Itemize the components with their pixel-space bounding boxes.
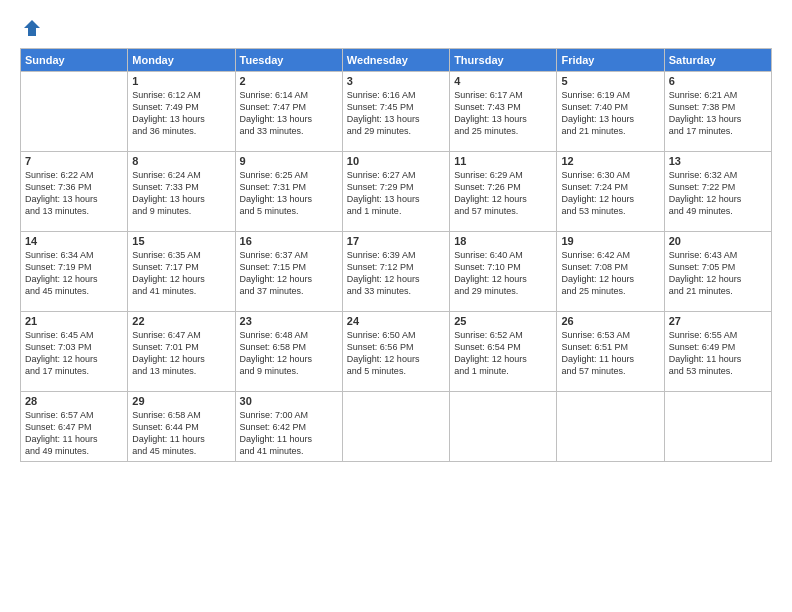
day-number: 30	[240, 395, 338, 407]
day-number: 25	[454, 315, 552, 327]
day-info: Sunrise: 6:22 AM Sunset: 7:36 PM Dayligh…	[25, 169, 123, 218]
day-number: 7	[25, 155, 123, 167]
calendar-cell: 14Sunrise: 6:34 AM Sunset: 7:19 PM Dayli…	[21, 232, 128, 312]
day-number: 20	[669, 235, 767, 247]
calendar-cell	[21, 72, 128, 152]
day-info: Sunrise: 6:29 AM Sunset: 7:26 PM Dayligh…	[454, 169, 552, 218]
calendar-header-friday: Friday	[557, 49, 664, 72]
day-number: 16	[240, 235, 338, 247]
day-info: Sunrise: 6:21 AM Sunset: 7:38 PM Dayligh…	[669, 89, 767, 138]
day-number: 8	[132, 155, 230, 167]
calendar: SundayMondayTuesdayWednesdayThursdayFrid…	[20, 48, 772, 462]
calendar-header-tuesday: Tuesday	[235, 49, 342, 72]
day-number: 26	[561, 315, 659, 327]
day-info: Sunrise: 6:55 AM Sunset: 6:49 PM Dayligh…	[669, 329, 767, 378]
calendar-cell: 23Sunrise: 6:48 AM Sunset: 6:58 PM Dayli…	[235, 312, 342, 392]
day-info: Sunrise: 6:34 AM Sunset: 7:19 PM Dayligh…	[25, 249, 123, 298]
day-info: Sunrise: 6:52 AM Sunset: 6:54 PM Dayligh…	[454, 329, 552, 378]
day-info: Sunrise: 6:48 AM Sunset: 6:58 PM Dayligh…	[240, 329, 338, 378]
day-number: 3	[347, 75, 445, 87]
day-info: Sunrise: 6:24 AM Sunset: 7:33 PM Dayligh…	[132, 169, 230, 218]
logo-icon	[22, 18, 42, 38]
day-info: Sunrise: 6:58 AM Sunset: 6:44 PM Dayligh…	[132, 409, 230, 458]
day-info: Sunrise: 6:14 AM Sunset: 7:47 PM Dayligh…	[240, 89, 338, 138]
calendar-cell: 19Sunrise: 6:42 AM Sunset: 7:08 PM Dayli…	[557, 232, 664, 312]
day-number: 5	[561, 75, 659, 87]
calendar-cell: 15Sunrise: 6:35 AM Sunset: 7:17 PM Dayli…	[128, 232, 235, 312]
day-info: Sunrise: 6:17 AM Sunset: 7:43 PM Dayligh…	[454, 89, 552, 138]
calendar-cell: 10Sunrise: 6:27 AM Sunset: 7:29 PM Dayli…	[342, 152, 449, 232]
day-number: 29	[132, 395, 230, 407]
day-info: Sunrise: 6:37 AM Sunset: 7:15 PM Dayligh…	[240, 249, 338, 298]
day-info: Sunrise: 6:12 AM Sunset: 7:49 PM Dayligh…	[132, 89, 230, 138]
calendar-cell: 6Sunrise: 6:21 AM Sunset: 7:38 PM Daylig…	[664, 72, 771, 152]
day-info: Sunrise: 6:32 AM Sunset: 7:22 PM Dayligh…	[669, 169, 767, 218]
calendar-cell: 27Sunrise: 6:55 AM Sunset: 6:49 PM Dayli…	[664, 312, 771, 392]
day-number: 27	[669, 315, 767, 327]
calendar-cell: 26Sunrise: 6:53 AM Sunset: 6:51 PM Dayli…	[557, 312, 664, 392]
calendar-cell: 28Sunrise: 6:57 AM Sunset: 6:47 PM Dayli…	[21, 392, 128, 462]
day-info: Sunrise: 7:00 AM Sunset: 6:42 PM Dayligh…	[240, 409, 338, 458]
calendar-week-1: 1Sunrise: 6:12 AM Sunset: 7:49 PM Daylig…	[21, 72, 772, 152]
calendar-cell: 22Sunrise: 6:47 AM Sunset: 7:01 PM Dayli…	[128, 312, 235, 392]
calendar-cell: 24Sunrise: 6:50 AM Sunset: 6:56 PM Dayli…	[342, 312, 449, 392]
day-info: Sunrise: 6:50 AM Sunset: 6:56 PM Dayligh…	[347, 329, 445, 378]
day-info: Sunrise: 6:47 AM Sunset: 7:01 PM Dayligh…	[132, 329, 230, 378]
calendar-header-row: SundayMondayTuesdayWednesdayThursdayFrid…	[21, 49, 772, 72]
day-number: 12	[561, 155, 659, 167]
day-info: Sunrise: 6:57 AM Sunset: 6:47 PM Dayligh…	[25, 409, 123, 458]
day-number: 21	[25, 315, 123, 327]
day-info: Sunrise: 6:35 AM Sunset: 7:17 PM Dayligh…	[132, 249, 230, 298]
calendar-week-2: 7Sunrise: 6:22 AM Sunset: 7:36 PM Daylig…	[21, 152, 772, 232]
day-number: 2	[240, 75, 338, 87]
calendar-week-3: 14Sunrise: 6:34 AM Sunset: 7:19 PM Dayli…	[21, 232, 772, 312]
calendar-header-monday: Monday	[128, 49, 235, 72]
day-info: Sunrise: 6:39 AM Sunset: 7:12 PM Dayligh…	[347, 249, 445, 298]
day-number: 11	[454, 155, 552, 167]
calendar-cell: 29Sunrise: 6:58 AM Sunset: 6:44 PM Dayli…	[128, 392, 235, 462]
calendar-cell: 12Sunrise: 6:30 AM Sunset: 7:24 PM Dayli…	[557, 152, 664, 232]
calendar-cell	[557, 392, 664, 462]
day-info: Sunrise: 6:16 AM Sunset: 7:45 PM Dayligh…	[347, 89, 445, 138]
calendar-cell: 11Sunrise: 6:29 AM Sunset: 7:26 PM Dayli…	[450, 152, 557, 232]
day-number: 19	[561, 235, 659, 247]
calendar-cell: 9Sunrise: 6:25 AM Sunset: 7:31 PM Daylig…	[235, 152, 342, 232]
calendar-cell: 8Sunrise: 6:24 AM Sunset: 7:33 PM Daylig…	[128, 152, 235, 232]
calendar-cell: 5Sunrise: 6:19 AM Sunset: 7:40 PM Daylig…	[557, 72, 664, 152]
day-number: 23	[240, 315, 338, 327]
day-number: 28	[25, 395, 123, 407]
day-info: Sunrise: 6:45 AM Sunset: 7:03 PM Dayligh…	[25, 329, 123, 378]
calendar-cell: 1Sunrise: 6:12 AM Sunset: 7:49 PM Daylig…	[128, 72, 235, 152]
logo	[20, 18, 42, 38]
day-number: 6	[669, 75, 767, 87]
day-info: Sunrise: 6:43 AM Sunset: 7:05 PM Dayligh…	[669, 249, 767, 298]
day-info: Sunrise: 6:25 AM Sunset: 7:31 PM Dayligh…	[240, 169, 338, 218]
day-number: 22	[132, 315, 230, 327]
calendar-cell	[664, 392, 771, 462]
calendar-cell: 18Sunrise: 6:40 AM Sunset: 7:10 PM Dayli…	[450, 232, 557, 312]
calendar-cell: 21Sunrise: 6:45 AM Sunset: 7:03 PM Dayli…	[21, 312, 128, 392]
svg-marker-0	[24, 20, 40, 36]
day-number: 14	[25, 235, 123, 247]
calendar-cell: 25Sunrise: 6:52 AM Sunset: 6:54 PM Dayli…	[450, 312, 557, 392]
calendar-week-4: 21Sunrise: 6:45 AM Sunset: 7:03 PM Dayli…	[21, 312, 772, 392]
calendar-cell: 16Sunrise: 6:37 AM Sunset: 7:15 PM Dayli…	[235, 232, 342, 312]
day-number: 24	[347, 315, 445, 327]
calendar-cell: 20Sunrise: 6:43 AM Sunset: 7:05 PM Dayli…	[664, 232, 771, 312]
calendar-cell: 3Sunrise: 6:16 AM Sunset: 7:45 PM Daylig…	[342, 72, 449, 152]
calendar-cell: 13Sunrise: 6:32 AM Sunset: 7:22 PM Dayli…	[664, 152, 771, 232]
day-number: 17	[347, 235, 445, 247]
day-number: 10	[347, 155, 445, 167]
day-number: 1	[132, 75, 230, 87]
calendar-header-sunday: Sunday	[21, 49, 128, 72]
day-info: Sunrise: 6:42 AM Sunset: 7:08 PM Dayligh…	[561, 249, 659, 298]
calendar-cell	[450, 392, 557, 462]
day-number: 13	[669, 155, 767, 167]
calendar-header-saturday: Saturday	[664, 49, 771, 72]
header	[20, 18, 772, 38]
calendar-header-thursday: Thursday	[450, 49, 557, 72]
day-info: Sunrise: 6:53 AM Sunset: 6:51 PM Dayligh…	[561, 329, 659, 378]
day-info: Sunrise: 6:30 AM Sunset: 7:24 PM Dayligh…	[561, 169, 659, 218]
calendar-cell: 17Sunrise: 6:39 AM Sunset: 7:12 PM Dayli…	[342, 232, 449, 312]
calendar-cell: 30Sunrise: 7:00 AM Sunset: 6:42 PM Dayli…	[235, 392, 342, 462]
